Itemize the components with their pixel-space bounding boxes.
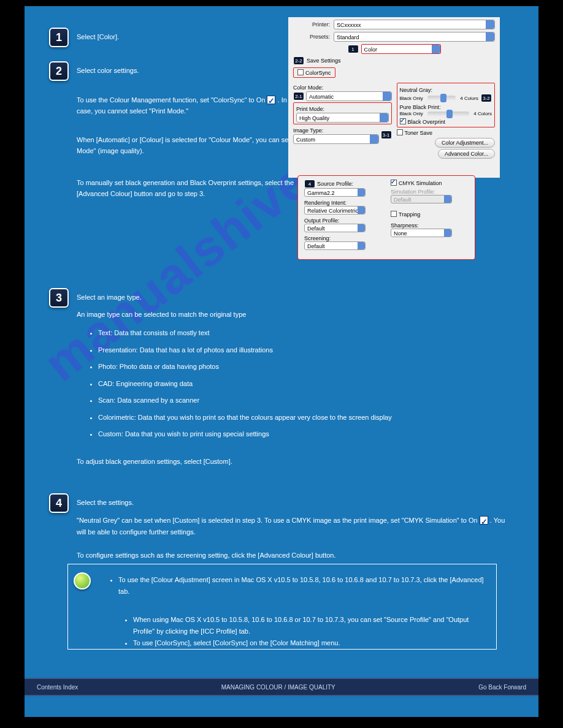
presets-label: Presets: (293, 34, 330, 40)
simulation-profile-label: Simulation Profile: (391, 189, 469, 195)
image-type-options: Text: Data that consists of mostly text … (98, 325, 392, 443)
list-item: Text: Data that consists of mostly text (98, 325, 392, 342)
section-dropdown[interactable]: Color (361, 44, 441, 54)
badge-4: 4 (304, 180, 315, 188)
printmode-dropdown[interactable]: High Quality (296, 113, 389, 123)
list-item: To use the [Colour Adjustment] screen in… (118, 574, 485, 597)
sharpness-label: Sharpness: (391, 222, 469, 229)
source-profile-dropdown[interactable]: Gamma2.2 (304, 188, 366, 197)
list-item: To use [ColorSync], select [ColorSync] o… (133, 637, 485, 649)
trapping-checkbox[interactable] (391, 211, 397, 217)
colorsync-label: ColorSync (305, 70, 331, 76)
step-4-line2: To configure settings such as the screen… (77, 550, 506, 561)
neutral-gray-label: Neutral Gray: (400, 87, 492, 93)
toner-save-label: Toner Save (405, 130, 433, 136)
list-item: Scan: Data scanned by a scanner (98, 392, 392, 409)
trapping-label: Trapping (399, 211, 420, 218)
rendering-intent-label: Rendering Intent: (304, 200, 382, 206)
step-2-para1: To use the Colour Management function, s… (77, 95, 310, 116)
checkbox-icon (267, 96, 275, 104)
four-colors-1: 4 Colors (460, 96, 478, 101)
save-settings-label[interactable]: Save Settings (307, 58, 341, 64)
step-3-badge: 3 (49, 288, 69, 308)
step-4-line1a: "Neutral Grey" can be set when [Custom] … (77, 517, 480, 524)
sharpness-dropdown[interactable]: None (391, 229, 452, 237)
imagetype-label: Image Type: (293, 127, 379, 134)
printer-dropdown[interactable]: SCxxxxxx (334, 20, 495, 29)
footer-bar: Contents Index MANAGING COLOUR / IMAGE Q… (25, 678, 538, 696)
color-adjustment-button[interactable]: Color Adjustment... (435, 138, 495, 148)
note-box: To use the [Colour Adjustment] screen in… (67, 564, 497, 650)
footer-left[interactable]: Contents Index (37, 684, 78, 691)
output-profile-label: Output Profile: (304, 218, 382, 224)
black-overprint-checkbox[interactable] (400, 118, 406, 124)
badge-3-2: 3-2 (481, 94, 492, 102)
printmode-label: Print Mode: (296, 106, 389, 112)
step-2-title: Select color settings. (77, 66, 297, 77)
step-4-badge: 4 (49, 493, 69, 513)
list-item: CAD: Engineering drawing data (98, 376, 392, 393)
colormode-label: Color Mode: (293, 85, 392, 91)
list-item: Colorimetric: Data that you wish to prin… (98, 409, 392, 427)
cmyk-sim-checkbox[interactable] (391, 180, 397, 186)
step-2-badge: 2 (49, 61, 69, 81)
screening-label: Screening: (304, 235, 382, 241)
black-only-2: Black Only (400, 111, 423, 116)
four-colors-2: 4 Colors (473, 111, 492, 116)
list-item: When using Mac OS X v10.5 to 10.5.8, 10.… (133, 614, 485, 637)
step-3-title: Select an image type. (77, 292, 506, 303)
pure-black-slider[interactable] (427, 112, 469, 116)
step-2-para1a: To use the Colour Management function, s… (77, 96, 267, 104)
advanced-color-panel: 4 Source Profile: Gamma2.2 Rendering Int… (297, 175, 475, 260)
black-only-1: Black Only (400, 96, 423, 101)
footer-title: MANAGING COLOUR / IMAGE QUALITY (221, 684, 335, 691)
pure-black-label: Pure Black Print: (400, 104, 492, 110)
step-4-line1: "Neutral Grey" can be set when [Custom] … (77, 515, 506, 537)
neutral-gray-slider[interactable] (427, 96, 456, 100)
output-profile-dropdown[interactable]: Default (304, 224, 366, 232)
badge-2-2: 2-2 (293, 56, 304, 65)
simulation-profile-dropdown: Default (391, 195, 452, 203)
step-1-text: Select [Color]. (77, 32, 297, 43)
step-2-para2: When [Automatic] or [Colour] is selected… (77, 135, 310, 156)
list-item: Presentation: Data that has a lot of pho… (98, 342, 392, 359)
step-4-title: Select the settings. (77, 498, 506, 509)
source-profile-label: Source Profile: (317, 181, 353, 187)
step-2-para3: To manually set black generation and Bla… (77, 178, 310, 199)
print-dialog: Printer: SCxxxxxx Presets: Standard 1 Co… (288, 17, 500, 178)
list-item: Custom: Data that you wish to print usin… (98, 426, 392, 443)
toner-save-checkbox[interactable] (397, 129, 403, 135)
black-overprint-label: Black Overprint (408, 119, 446, 125)
printer-label: Printer: (293, 21, 330, 28)
checkbox-icon (480, 516, 488, 525)
footer-right[interactable]: Go Back Forward (478, 684, 526, 691)
colorsync-row: ColorSync (293, 67, 335, 78)
imagetype-dropdown[interactable]: Custom (293, 134, 379, 144)
badge-2-1: 2-1 (293, 92, 304, 100)
list-item: Photo: Photo data or data having photos (98, 358, 392, 376)
step-3-intro: An image type can be selected to match t… (77, 309, 506, 320)
colormode-dropdown[interactable]: Automatic (306, 91, 392, 101)
presets-dropdown[interactable]: Standard (334, 32, 495, 42)
badge-1: 1 (348, 45, 359, 53)
rendering-intent-dropdown[interactable]: Relative Colorimetric (304, 206, 366, 214)
badge-3-1: 3-1 (381, 131, 392, 139)
screening-dropdown[interactable]: Default (304, 241, 366, 250)
step-1-badge: 1 (49, 28, 69, 47)
cmyk-sim-label: CMYK Simulation (399, 180, 442, 186)
advanced-color-button[interactable]: Advanced Color... (438, 149, 495, 159)
step-3-outro: To adjust black generation settings, sel… (77, 457, 506, 468)
colorsync-checkbox[interactable] (297, 69, 304, 75)
